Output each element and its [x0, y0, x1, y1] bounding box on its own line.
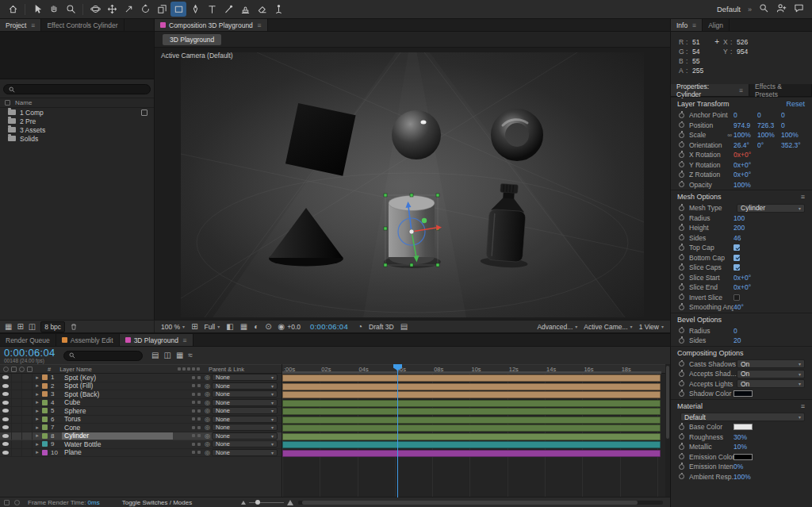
stopwatch-icon[interactable] [679, 245, 684, 251]
pick-whip-icon[interactable]: ◎ [203, 390, 212, 398]
rectangle-tool-icon[interactable] [170, 2, 186, 17]
parent-dropdown[interactable]: None▾ [212, 424, 278, 431]
stopwatch-icon[interactable] [679, 434, 684, 440]
stopwatch-icon[interactable] [679, 294, 684, 300]
material-preset-dropdown[interactable]: Default▾ [680, 413, 805, 421]
casts-shadows-dropdown[interactable]: On▾ [737, 359, 805, 368]
transform-row[interactable]: Orientation ∞ 26.4° 0° 352.3° [671, 140, 812, 151]
property-value[interactable]: 46 [733, 234, 757, 242]
timeline-vertical-scrollbar[interactable] [665, 364, 670, 497]
layer-duration-bar[interactable] [282, 433, 661, 440]
expand-arrow-icon[interactable]: ▸ [33, 449, 42, 455]
project-item[interactable]: Solids [0, 134, 154, 143]
pick-whip-icon[interactable]: ◎ [203, 382, 212, 390]
label-color-chip[interactable] [42, 391, 48, 397]
timeline-horizontal-scrollbar[interactable] [298, 501, 663, 505]
panel-menu-icon[interactable]: ≡ [692, 21, 696, 29]
stopwatch-icon[interactable] [679, 371, 684, 377]
workspace-selector[interactable]: Default [717, 5, 741, 13]
layer-duration-bar[interactable] [282, 383, 661, 390]
panel-tab[interactable]: Project ≡ [0, 19, 41, 31]
label-color-chip[interactable] [42, 383, 48, 389]
stopwatch-icon[interactable] [679, 113, 684, 118]
layer-name[interactable]: Plane [62, 449, 173, 457]
performance-icon[interactable] [14, 500, 20, 505]
lock-toggle[interactable] [22, 449, 33, 457]
clone-stamp-tool-icon[interactable] [237, 2, 253, 17]
property-value[interactable]: 0 [781, 121, 805, 129]
panel-tab[interactable]: Effect Controls Cylinder ≡ [41, 19, 124, 31]
transform-row[interactable]: Z Rotation ∞ 0x+0° [671, 170, 812, 180]
stopwatch-icon[interactable] [679, 391, 684, 397]
share-user-icon[interactable] [776, 3, 787, 15]
property-value[interactable]: 726.3 [757, 121, 781, 129]
parent-dropdown[interactable]: None▾ [212, 390, 278, 398]
property-value[interactable]: 200 [733, 224, 757, 232]
property-value[interactable]: 0x+0° [733, 283, 757, 291]
grid-guides-icon[interactable]: ⊞ [191, 323, 197, 331]
sphere-object[interactable] [392, 110, 441, 159]
zoom-tool-icon[interactable] [63, 2, 79, 17]
project-item[interactable]: 1 Comp [0, 108, 154, 117]
pick-whip-icon[interactable]: ◎ [203, 424, 212, 431]
layer-row[interactable]: ▸ 1 Spot (Key) ◎ None▾ [0, 374, 282, 382]
stopwatch-icon[interactable] [679, 205, 684, 211]
parent-link-column-label[interactable]: Parent & Link [209, 366, 278, 373]
layer-name[interactable]: Spot (Key) [62, 374, 173, 382]
renderer-icon[interactable]: ▤ [400, 323, 408, 331]
property-value[interactable]: 974.9 [733, 121, 757, 129]
lock-toggle[interactable] [22, 440, 33, 448]
layer-row[interactable]: ▸ 3 Spot (Back) ◎ None▾ [0, 390, 282, 399]
audio-toggle[interactable] [12, 440, 22, 448]
property-value[interactable]: 100% [781, 131, 805, 139]
parent-dropdown[interactable]: None▾ [212, 432, 278, 440]
audio-toggle[interactable] [12, 399, 22, 407]
resolution-dropdown[interactable]: Full▾ [205, 323, 220, 331]
panel-tab[interactable]: Info ≡ [671, 19, 703, 31]
selection-tool-icon[interactable] [29, 2, 45, 17]
audio-toggle[interactable] [12, 416, 22, 424]
chat-icon[interactable] [794, 3, 804, 15]
layer-row[interactable]: ▸ 10 Plane ◎ None▾ [0, 449, 282, 458]
transparency-grid-icon[interactable]: ▦ [240, 323, 247, 331]
composition-mini-flowchart-icon[interactable]: ▤ [151, 351, 159, 359]
timeline-search-input[interactable] [79, 352, 137, 359]
layer-name[interactable]: Torus [62, 416, 173, 424]
project-columns-header[interactable]: Name [0, 98, 154, 108]
layer-row[interactable]: ▸ 6 Torus ◎ None▾ [0, 416, 282, 424]
stopwatch-icon[interactable] [679, 162, 684, 167]
timeline-tab[interactable]: Assembly Edit ≡ [56, 334, 120, 346]
type-tool-icon[interactable] [204, 2, 220, 17]
expand-arrow-icon[interactable]: ▸ [33, 424, 42, 431]
layer-row[interactable]: ▸ 4 Cube ◎ None▾ [0, 399, 282, 408]
label-color-chip[interactable] [42, 374, 48, 380]
layer-name[interactable]: Cube [62, 399, 173, 407]
property-value[interactable]: 0% [733, 463, 757, 471]
layer-switches[interactable] [173, 393, 203, 396]
bottom-cap-checkbox[interactable] [733, 255, 740, 261]
expand-arrow-icon[interactable]: ▸ [33, 441, 42, 447]
lock-toggle[interactable] [22, 390, 33, 398]
layer-switches[interactable] [173, 417, 203, 421]
panel-tab[interactable]: Properties: Cylinder ≡ [671, 84, 749, 96]
home-icon[interactable] [5, 2, 21, 17]
pick-whip-icon[interactable]: ◎ [203, 416, 212, 423]
audio-toggle[interactable] [12, 407, 22, 415]
stopwatch-icon[interactable] [679, 152, 684, 158]
stopwatch-icon[interactable] [679, 225, 684, 231]
label-color-chip[interactable] [42, 450, 48, 455]
layer-name[interactable]: Sphere [62, 407, 173, 415]
parent-dropdown[interactable]: None▾ [212, 416, 278, 423]
stopwatch-icon[interactable] [679, 133, 684, 138]
stopwatch-icon[interactable] [679, 172, 684, 178]
pen-tool-icon[interactable] [187, 2, 203, 17]
timeline-graph-area[interactable]: :00s02s04s06s08s10s12s14s16s18s [282, 364, 665, 497]
layer-duration-bar[interactable] [282, 391, 661, 398]
layer-duration-bar[interactable] [282, 450, 661, 457]
pan-camera-tool-icon[interactable] [104, 2, 120, 17]
layer-name[interactable]: Cone [62, 424, 173, 432]
work-area-bar[interactable] [282, 371, 661, 374]
layer-switches[interactable] [173, 409, 203, 413]
visibility-toggle[interactable] [0, 416, 12, 424]
view-layout-dropdown[interactable]: 1 View▾ [639, 323, 664, 331]
